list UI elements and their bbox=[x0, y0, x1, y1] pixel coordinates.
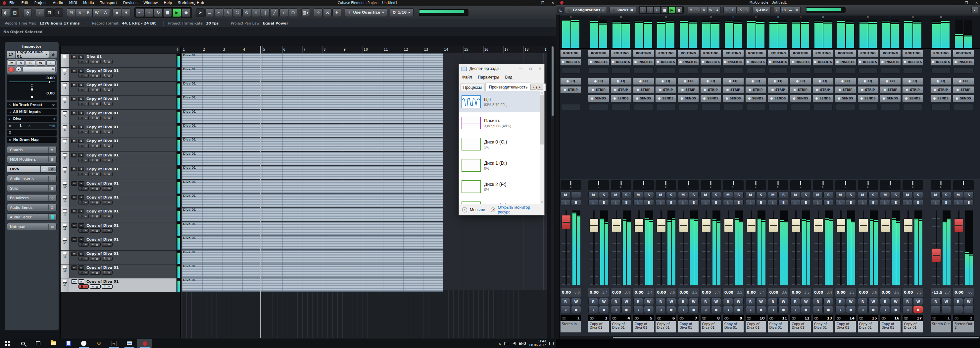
rack-cell-strip[interactable]: STRIP bbox=[655, 86, 676, 93]
rack-bypass-dot[interactable] bbox=[681, 97, 683, 100]
racks-dropdown[interactable]: ☰ Racks ✱ bbox=[609, 6, 636, 13]
rack-cell-inserts[interactable]: INSERTS bbox=[700, 58, 721, 65]
edit-channel-icon[interactable]: e bbox=[92, 215, 94, 218]
channel-read-button[interactable]: R bbox=[633, 298, 643, 305]
rack-cell-inserts[interactable]: INSERTS bbox=[678, 58, 699, 65]
track-row[interactable]: 15msCopy of Diva 01◂e▦RW bbox=[60, 251, 180, 265]
track-solo-button[interactable]: s bbox=[78, 265, 84, 270]
monitor-icon[interactable]: ◂ bbox=[85, 201, 86, 204]
section-edit-button[interactable]: e bbox=[48, 167, 56, 171]
track-mute-button[interactable]: m bbox=[71, 252, 77, 256]
channel-edit-button[interactable]: E bbox=[778, 199, 788, 206]
rack-empty-slot[interactable] bbox=[813, 68, 833, 73]
rack-bypass-dot[interactable] bbox=[861, 97, 863, 100]
cycle-button[interactable]: ↻ bbox=[154, 8, 162, 17]
goto-first-channel-button[interactable]: ⯬ bbox=[774, 6, 781, 13]
rack-cell-eq[interactable]: EQ bbox=[835, 78, 856, 85]
read-icon[interactable]: R bbox=[104, 131, 106, 134]
rack-bypass-dot[interactable] bbox=[590, 61, 592, 63]
channel-write-button[interactable]: W bbox=[711, 298, 721, 305]
rack-bypass-dot[interactable] bbox=[955, 61, 957, 63]
monitor-icon[interactable]: ◂ bbox=[85, 215, 86, 218]
write-icon[interactable]: W bbox=[108, 187, 110, 190]
midi-clip[interactable]: Diva 01 bbox=[182, 236, 443, 249]
read-icon[interactable]: R bbox=[104, 159, 106, 162]
rack-cell-routing[interactable]: ROUTING bbox=[880, 50, 901, 57]
track-solo-button[interactable]: s bbox=[78, 69, 84, 73]
track-record-monitor-buttons[interactable]: ◂ bbox=[78, 172, 89, 176]
open-device-icon[interactable]: ▦ bbox=[96, 229, 98, 232]
rack-empty-slot[interactable] bbox=[611, 68, 631, 73]
mx-maximize-button[interactable]: ❐ bbox=[965, 1, 968, 5]
pan-control[interactable]: C bbox=[880, 180, 900, 190]
pan-control[interactable]: C bbox=[611, 180, 632, 190]
edit-channel-icon[interactable]: e bbox=[92, 187, 94, 190]
channel-monitor-button[interactable]: ◂ bbox=[858, 306, 868, 313]
channel-listen-button[interactable]: L bbox=[611, 199, 621, 206]
read-icon[interactable]: R bbox=[104, 257, 106, 260]
record-enable-icon[interactable] bbox=[81, 243, 83, 246]
rack-cell-inserts[interactable]: INSERTS bbox=[633, 58, 654, 65]
rack-cell-routing[interactable]: ROUTING bbox=[835, 50, 856, 57]
channel-listen-button[interactable]: L bbox=[655, 199, 665, 206]
channel-listen-button[interactable]: L bbox=[768, 199, 778, 206]
track-solo-button[interactable]: s bbox=[78, 125, 84, 129]
rack-bypass-dot[interactable] bbox=[886, 80, 888, 83]
taskbar-perf-button[interactable] bbox=[122, 339, 137, 348]
channel-monitor-button[interactable]: ◂ bbox=[611, 306, 621, 313]
rack-bypass-dot[interactable] bbox=[679, 61, 682, 63]
write-icon[interactable]: W bbox=[108, 271, 110, 274]
rack-cell-sends[interactable]: SENDS bbox=[953, 95, 974, 102]
rack-empty-slot[interactable] bbox=[746, 68, 765, 73]
add-track-icon[interactable]: + bbox=[176, 47, 179, 52]
channel-mute-button[interactable]: M bbox=[880, 192, 890, 198]
rack-cell-sends[interactable]: SENDS bbox=[930, 95, 951, 102]
fader-cap[interactable] bbox=[612, 219, 621, 232]
track-edit-buttons[interactable]: e▦ bbox=[90, 88, 100, 92]
channel-edit-button[interactable]: E bbox=[621, 199, 632, 206]
rack-cell-inserts[interactable]: INSERTS bbox=[835, 58, 856, 65]
channel-edit-button[interactable]: E bbox=[734, 199, 744, 206]
quantize-preset-dropdown[interactable]: ⋕ Use Quantize ▾ bbox=[345, 8, 387, 17]
rack-cell-strip[interactable]: STRIP bbox=[902, 86, 923, 93]
channel-mute-button[interactable]: M bbox=[931, 192, 940, 198]
monitor-icon[interactable]: ◂ bbox=[85, 60, 86, 63]
track-automation-buttons[interactable]: RW bbox=[102, 73, 113, 78]
open-device-icon[interactable]: ▦ bbox=[96, 243, 98, 246]
monitor-icon[interactable]: ◂ bbox=[85, 74, 86, 77]
rack-bypass-dot[interactable] bbox=[859, 61, 861, 63]
channel-solo-button[interactable]: S bbox=[711, 192, 721, 198]
scroll-down-icon[interactable]: ∨ bbox=[541, 201, 543, 204]
pan-control[interactable]: C bbox=[678, 180, 698, 190]
midi-clip[interactable]: Diva 01 bbox=[182, 96, 443, 109]
rack-bypass-dot[interactable] bbox=[657, 61, 659, 63]
channel-monitor-button[interactable]: ◂ bbox=[880, 306, 890, 313]
midi-clip[interactable]: Diva 01 bbox=[182, 110, 443, 123]
pan-control[interactable]: C bbox=[858, 180, 878, 190]
autoscroll-toggle[interactable]: ⊹ bbox=[314, 8, 323, 17]
write-icon[interactable]: W bbox=[108, 74, 110, 77]
drum-map-row[interactable]: ◉ No Drum Map bbox=[7, 137, 57, 143]
taskbar-yandex-button[interactable] bbox=[76, 339, 91, 348]
mute-tool[interactable]: ✕ bbox=[251, 8, 260, 17]
channel-write-button[interactable]: W bbox=[823, 298, 833, 305]
channel-name[interactable]: Copy of Diva 01 bbox=[880, 321, 900, 332]
channel-mute-button[interactable]: M bbox=[700, 192, 711, 198]
rack-cell-sends[interactable]: SENDS bbox=[723, 95, 744, 102]
rack-empty-slot[interactable] bbox=[836, 104, 855, 110]
menu-item-media[interactable]: Media bbox=[83, 1, 94, 5]
channel-name[interactable]: Copy of Diva 01 bbox=[611, 321, 632, 332]
monitor-icon[interactable]: ◂ bbox=[85, 187, 86, 190]
collapse-circle-icon[interactable]: ∧ bbox=[462, 207, 467, 212]
open-device-icon[interactable]: ▦ bbox=[96, 201, 98, 204]
track-automation-buttons[interactable]: RW bbox=[102, 200, 113, 204]
record-enable-icon[interactable] bbox=[81, 131, 83, 133]
midi-clip[interactable]: Diva 01 bbox=[182, 264, 443, 278]
monitor-icon[interactable]: ◂ bbox=[85, 243, 86, 246]
channel-read-button[interactable]: R bbox=[813, 298, 823, 305]
mx-play-button[interactable]: ▶ bbox=[668, 6, 675, 13]
rack-bypass-dot[interactable] bbox=[658, 97, 660, 100]
fader-cap[interactable] bbox=[679, 219, 688, 232]
tm-menu-Вид[interactable]: Вид bbox=[505, 75, 512, 80]
track-edit-buttons[interactable]: e▦ bbox=[90, 242, 100, 247]
